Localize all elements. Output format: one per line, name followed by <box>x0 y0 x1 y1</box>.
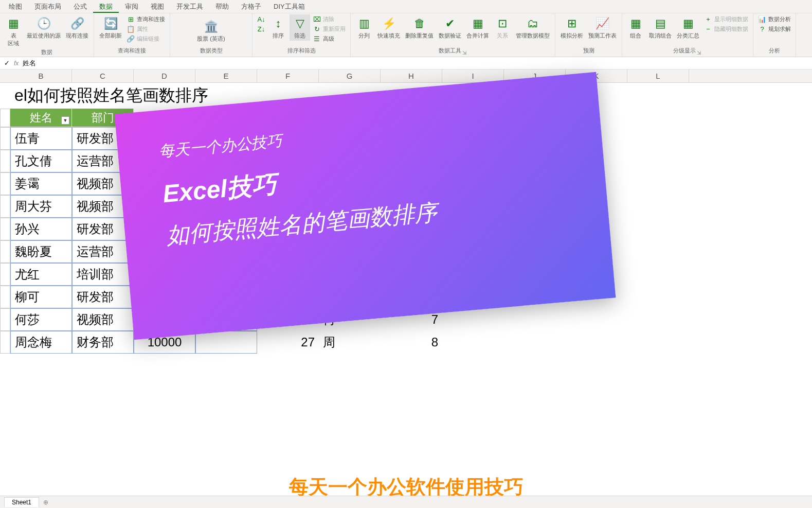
cell-g[interactable]: 周 <box>319 331 381 354</box>
cell-name[interactable]: 柳可 <box>10 286 72 308</box>
check-icon[interactable]: ✓ <box>4 59 10 67</box>
cell-dept[interactable]: 财务部 <box>72 331 134 354</box>
properties-icon: 📋 <box>127 25 135 33</box>
sort-button[interactable]: ↕排序 <box>268 14 288 41</box>
sort-asc-button[interactable]: A↓ <box>256 14 267 24</box>
recent-sources-button[interactable]: 🕒最近使用的源 <box>25 14 63 41</box>
whatif-icon: ⊞ <box>564 15 580 32</box>
group-label: 分析 <box>756 47 792 56</box>
cell-dept[interactable]: 研发部 <box>72 286 134 308</box>
cell-name[interactable]: 周念梅 <box>10 331 72 354</box>
show-detail-button[interactable]: +显示明细数据 <box>702 14 750 24</box>
group-label: 数据 <box>3 48 91 57</box>
subtotal-button[interactable]: ▦分类汇总 <box>675 14 701 41</box>
solver-button[interactable]: ?规划求解 <box>756 24 792 33</box>
queries-button[interactable]: ⊞查询和连接 <box>125 14 167 24</box>
cell-dept[interactable]: 运营部 <box>72 240 134 263</box>
existing-conn-button[interactable]: 🔗现有连接 <box>64 14 91 41</box>
tab-layout[interactable]: 页面布局 <box>28 0 67 13</box>
refresh-all-button[interactable]: 🔄全部刷新 <box>97 14 124 41</box>
text-to-col-button[interactable]: ▥分列 <box>354 14 374 41</box>
cell-f[interactable]: 27 <box>257 331 319 354</box>
relations-button[interactable]: ⊡关系 <box>492 14 513 41</box>
stocks-button[interactable]: 🏛️股票 (英语) <box>195 17 227 44</box>
col-header[interactable]: H <box>381 69 442 82</box>
add-sheet-icon[interactable]: ⊕ <box>43 499 48 506</box>
tab-dev[interactable]: 开发工具 <box>170 0 209 13</box>
launcher-icon[interactable]: ⇲ <box>461 50 467 56</box>
cell-name[interactable]: 孔文倩 <box>10 150 72 172</box>
header-name[interactable]: 姓名▼ <box>10 109 72 127</box>
group-button[interactable]: ▦组合 <box>625 14 646 41</box>
col-header[interactable]: C <box>72 69 134 82</box>
title-cell[interactable]: el如何按照姓名笔画数排序 <box>10 83 212 109</box>
solver-icon: ? <box>758 25 766 33</box>
consolidate-button[interactable]: ▦合并计算 <box>464 14 491 41</box>
tab-diy[interactable]: DIY工具箱 <box>267 0 311 13</box>
fx-icon[interactable]: fx <box>14 60 19 67</box>
recent-icon: 🕒 <box>35 15 52 32</box>
hide-detail-button[interactable]: −隐藏明细数据 <box>702 24 750 33</box>
col-header[interactable]: B <box>10 69 72 82</box>
tab-draw[interactable]: 绘图 <box>3 0 28 13</box>
tab-fgz[interactable]: 方格子 <box>235 0 267 13</box>
ungroup-button[interactable]: ▤取消组合 <box>647 14 674 41</box>
group-datatype: 🏛️股票 (英语) 数据类型 <box>170 13 252 57</box>
cell-dept[interactable]: 培训部 <box>72 263 134 286</box>
sort-icon: ↕ <box>270 15 286 32</box>
advanced-button[interactable]: ☰高级 <box>311 34 347 43</box>
formula-input[interactable]: 姓名 <box>23 59 36 68</box>
analysis-icon: 📊 <box>758 15 766 23</box>
group-sortfilter: A↓ Z↓ ↕排序 ▽筛选 ⌧清除 ↻重新应用 ☰高级 排序和筛选 <box>252 13 351 57</box>
forecast-icon: 📈 <box>594 15 611 32</box>
column-headers: B C D E F G H I J K L <box>0 69 812 83</box>
filter-button[interactable]: ▽筛选 <box>290 14 310 41</box>
filter-icon: ▽ <box>292 15 308 32</box>
links-icon: 🔗 <box>127 34 135 43</box>
cell-dept[interactable]: 视频部 <box>72 308 134 331</box>
col-header[interactable]: G <box>319 69 381 82</box>
tab-formula[interactable]: 公式 <box>67 0 93 13</box>
forecast-sheet-button[interactable]: 📈预测工作表 <box>586 14 619 41</box>
cell-name[interactable]: 伍青 <box>10 127 72 150</box>
col-header[interactable]: F <box>257 69 319 82</box>
whatif-button[interactable]: ⊞模拟分析 <box>558 14 585 41</box>
col-header[interactable]: D <box>134 69 195 82</box>
col-header[interactable]: L <box>627 69 689 82</box>
cell-h[interactable]: 8 <box>381 331 442 354</box>
properties-button[interactable]: 📋属性 <box>125 24 167 33</box>
cell-name[interactable]: 魏盼夏 <box>10 240 72 263</box>
connection-icon: 🔗 <box>69 15 85 32</box>
biao-button[interactable]: ▦表区域 <box>3 14 24 48</box>
cell-name[interactable]: 周大芬 <box>10 195 72 218</box>
cell-e[interactable] <box>195 331 257 354</box>
sort-desc-icon: Z↓ <box>257 25 265 33</box>
data-validate-button[interactable]: ✔数据验证 <box>437 14 463 41</box>
reapply-button[interactable]: ↻重新应用 <box>311 24 347 33</box>
col-header[interactable]: E <box>195 69 257 82</box>
data-analysis-button[interactable]: 📊数据分析 <box>756 14 792 24</box>
cell-name[interactable]: 姜霭 <box>10 172 72 195</box>
cell-name[interactable]: 尤红 <box>10 263 72 286</box>
sort-desc-button[interactable]: Z↓ <box>256 24 267 33</box>
flash-fill-button[interactable]: ⚡快速填充 <box>375 14 402 41</box>
edit-links-button[interactable]: 🔗编辑链接 <box>125 34 167 43</box>
group-label: 排序和筛选 <box>256 47 347 56</box>
tab-help[interactable]: 帮助 <box>209 0 235 13</box>
clear-button[interactable]: ⌧清除 <box>311 14 347 24</box>
filter-dropdown-icon[interactable]: ▼ <box>61 116 69 125</box>
cell-name[interactable]: 孙兴 <box>10 218 72 240</box>
cell-name[interactable]: 何莎 <box>10 308 72 331</box>
refresh-icon: 🔄 <box>102 15 119 32</box>
launcher-icon[interactable]: ⇲ <box>696 50 702 56</box>
tab-review[interactable]: 审阅 <box>119 0 145 13</box>
sheet-tab[interactable]: Sheet1 <box>4 497 39 507</box>
flash-icon: ⚡ <box>381 15 397 32</box>
remove-dup-button[interactable]: 🗑删除重复值 <box>403 14 436 41</box>
ungroup-icon: ▤ <box>652 15 669 32</box>
tab-view[interactable]: 视图 <box>145 0 170 13</box>
group-label: 数据类型 <box>173 47 249 56</box>
tab-data[interactable]: 数据 <box>93 0 119 13</box>
table-row: 周念梅 财务部 10000 27 周 8 <box>0 331 812 354</box>
data-model-button[interactable]: 🗂管理数据模型 <box>514 14 552 41</box>
